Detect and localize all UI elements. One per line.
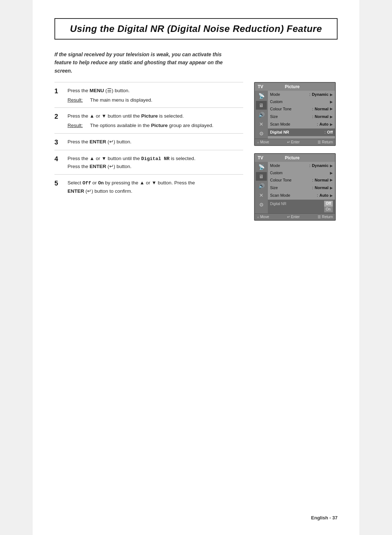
intro-text: If the signal received by your televisio… [54, 50, 236, 75]
menu-row-size-1: Size : Normal ▶ [268, 113, 335, 121]
content-area: 1 Press the MENU (☰) button. Result: The… [54, 82, 338, 221]
page-title: Using the Digital NR (Digital Noise Redu… [62, 23, 330, 34]
tv-header-2: TV Picture [255, 154, 335, 162]
result-label-1: Result: [68, 96, 86, 104]
menu-row-colourtone-1: Colour Tone : Normal ▶ [268, 105, 335, 113]
tv-body-1: 📡 🖥 🔊 ✕ ⚙ Mode : Dynamic ▶ [255, 91, 335, 139]
menu-row-digitalnr-2: Digital NR Off On [268, 200, 335, 213]
icon-sound: 🔊 [256, 110, 267, 119]
icon-settings: ⚙ [256, 129, 267, 138]
icon-x: ✕ [256, 120, 267, 128]
option-off: Off [324, 201, 333, 207]
icon-settings-2: ⚙ [256, 200, 267, 209]
page-footer: English - 37 [311, 515, 338, 520]
step-number-4: 4 [54, 155, 62, 163]
page: Using the Digital NR (Digital Noise Redu… [33, 0, 359, 535]
step-row-5: 5 Select Off or On by pressing the ▲ or … [54, 174, 243, 199]
step-number-2: 2 [54, 113, 62, 121]
step-row-2: 2 Press the ▲ or ▼ button until the Pict… [54, 107, 243, 133]
screenshots-area: TV Picture 📡 🖥 🔊 ✕ ⚙ Mode [254, 82, 338, 221]
step-number-5: 5 [54, 180, 62, 187]
step-number-3: 3 [54, 139, 62, 146]
icon-picture: 🖥 [256, 101, 267, 110]
tv-icons-col-2: 📡 🖥 🔊 ✕ ⚙ [255, 162, 268, 213]
menu-row-mode-1: Mode : Dynamic ▶ [268, 91, 335, 98]
footer-move-1: ⬦ Move [257, 140, 269, 144]
footer-enter-2: ↵ Enter [287, 215, 300, 219]
footer-enter-1: ↵ Enter [287, 140, 300, 144]
tv-menu-col-1: Mode : Dynamic ▶ Custom ▶ Co [268, 91, 335, 139]
tv-body-2: 📡 🖥 🔊 ✕ ⚙ Mode : Dynamic ▶ [255, 162, 335, 213]
tv-footer-2: ⬦ Move ↵ Enter ☰ Return [255, 213, 335, 220]
menu-row-size-2: Size : Normal ▶ [268, 184, 335, 192]
menu-row-mode-2: Mode : Dynamic ▶ [268, 162, 335, 170]
step-content-5: Select Off or On by pressing the ▲ or ▼ … [68, 179, 243, 195]
tv-section-2: Picture [285, 155, 300, 160]
icon-sound-2: 🔊 [256, 181, 267, 190]
menu-row-custom-1: Custom ▶ [268, 99, 335, 105]
tv-menu-col-2: Mode : Dynamic ▶ Custom ▶ Co [268, 162, 335, 213]
menu-row-custom-2: Custom ▶ [268, 170, 335, 176]
footer-return-2: ☰ Return [318, 215, 333, 219]
step-content-1: Press the MENU (☰) button. Result: The m… [68, 87, 243, 104]
tv-label-2: TV [258, 155, 263, 160]
step-content-3: Press the ENTER (↵) button. [68, 138, 243, 146]
screenshot-1: TV Picture 📡 🖥 🔊 ✕ ⚙ Mode [254, 82, 336, 146]
result-text-2: The options available in the Picture gro… [90, 122, 213, 130]
icon-x-2: ✕ [256, 191, 267, 200]
result-text-1: The main menu is displayed. [90, 96, 152, 104]
menu-row-scanmode-2: Scan Mode : Auto ▶ [268, 192, 335, 199]
step-number-1: 1 [54, 87, 62, 95]
menu-row-colourtone-2: Colour Tone : Normal ▶ [268, 176, 335, 184]
icon-antennae: 📡 [256, 91, 267, 100]
page-title-box: Using the Digital NR (Digital Noise Redu… [54, 18, 338, 40]
screenshot-2: TV Picture 📡 🖥 🔊 ✕ ⚙ Mode [254, 153, 336, 221]
result-label-2: Result: [68, 122, 86, 130]
tv-icons-col-1: 📡 🖥 🔊 ✕ ⚙ [255, 91, 268, 139]
tv-footer-1: ⬦ Move ↵ Enter ☰ Return [255, 139, 335, 145]
menu-row-digitalnr-1: Digital NR : Off [268, 128, 335, 136]
tv-section-1: Picture [285, 84, 300, 89]
tv-label-1: TV [258, 84, 263, 89]
footer-return-1: ☰ Return [318, 140, 333, 144]
steps-area: 1 Press the MENU (☰) button. Result: The… [54, 82, 243, 199]
menu-row-scanmode-1: Scan Mode : Auto ▶ [268, 121, 335, 128]
tv-header-1: TV Picture [255, 83, 335, 91]
step-content-2: Press the ▲ or ▼ button until the Pictur… [68, 112, 243, 129]
dropdown-digitalnr: Off On [324, 201, 333, 212]
icon-picture-2: 🖥 [256, 172, 267, 181]
footer-move-2: ⬦ Move [257, 215, 269, 219]
step-row-4: 4 Press the ▲ or ▼ button until the Digi… [54, 150, 243, 174]
step-row-3: 3 Press the ENTER (↵) button. [54, 133, 243, 150]
icon-antennae-2: 📡 [256, 163, 267, 171]
step-row-1: 1 Press the MENU (☰) button. Result: The… [54, 82, 243, 107]
step-content-4: Press the ▲ or ▼ button until the Digita… [68, 155, 243, 171]
option-on: On [324, 207, 333, 212]
